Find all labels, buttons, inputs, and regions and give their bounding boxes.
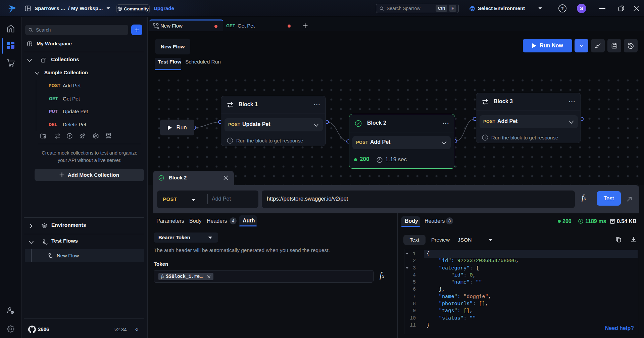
svg-text:?: ? [561, 6, 564, 11]
